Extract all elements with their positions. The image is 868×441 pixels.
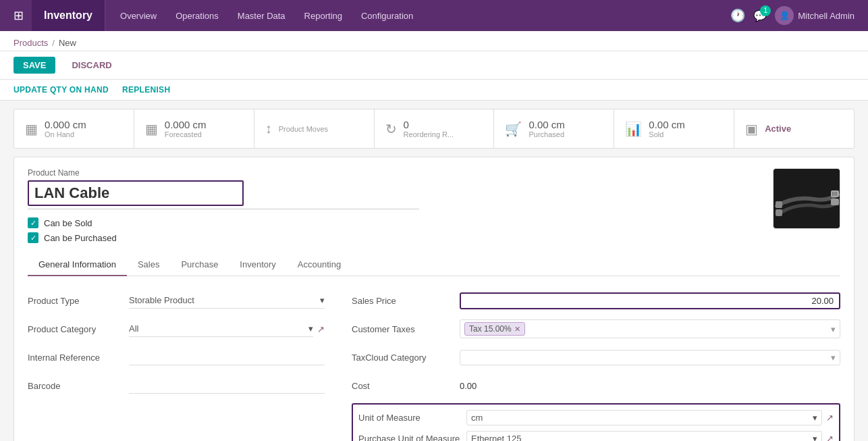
tab-general-information[interactable]: General Information (28, 254, 127, 276)
customer-taxes-wrapper[interactable]: Tax 15.00% ✕ ▾ (460, 319, 840, 338)
can-be-purchased-checkbox[interactable]: ✓ (28, 232, 38, 243)
tab-sales[interactable]: Sales (127, 254, 171, 276)
nav-reporting[interactable]: Reporting (295, 0, 352, 31)
replenish-button[interactable]: REPLENISH (122, 85, 170, 95)
can-be-purchased-label: Can be Purchased (44, 233, 117, 243)
grid-menu-icon[interactable]: ⊞ (5, 8, 32, 23)
svg-rect-3 (776, 201, 782, 208)
sales-price-input[interactable] (466, 296, 834, 306)
tab-inventory[interactable]: Inventory (229, 254, 286, 276)
user-menu[interactable]: 👤 Mitchell Admin (775, 6, 855, 25)
svg-rect-6 (834, 192, 834, 196)
update-qty-button[interactable]: UPDATE QTY ON HAND (13, 85, 109, 95)
nav-master-data[interactable]: Master Data (228, 0, 295, 31)
uom-dropdown-icon: ▾ (813, 413, 817, 423)
tab-purchase[interactable]: Purchase (170, 254, 229, 276)
taxcloud-category-label: TaxCloud Category (352, 353, 460, 363)
chat-badge: 1 (760, 5, 771, 16)
tabs-bar: General Information Sales Purchase Inven… (28, 254, 840, 276)
sales-price-wrapper (460, 292, 840, 309)
taxcloud-category-select[interactable]: ▾ (460, 350, 840, 365)
can-be-sold-row: ✓ Can be Sold (28, 217, 773, 228)
main-content: Product Name ✓ Can be Sold ✓ Can be Purc… (13, 157, 855, 441)
chat-icon[interactable]: 💬 1 (753, 9, 767, 22)
purchase-uom-external-link[interactable]: ↗ (826, 434, 834, 441)
svg-rect-5 (832, 192, 833, 196)
purchase-uom-row: Purchase Unit of Measure Ethernet 125 ▾ … (358, 431, 834, 441)
on-hand-value: 0.000 cm (45, 119, 86, 130)
on-hand-label: On Hand (45, 130, 86, 138)
forecasted-label: Forecasted (165, 130, 207, 138)
product-type-select[interactable]: Storable Product ▾ (129, 292, 325, 309)
tax-badge-remove[interactable]: ✕ (514, 325, 520, 334)
sold-label: Sold (649, 130, 684, 138)
product-name-input[interactable] (28, 180, 244, 206)
can-be-sold-checkbox[interactable]: ✓ (28, 217, 38, 228)
stat-product-moves[interactable]: ↕ Product Moves (254, 109, 375, 148)
stat-sold[interactable]: 📊 0.00 cm Sold (614, 109, 734, 148)
can-be-sold-label: Can be Sold (44, 218, 92, 228)
customer-taxes-row: Customer Taxes Tax 15.00% ✕ ▾ (352, 318, 840, 340)
svg-rect-8 (836, 192, 837, 196)
internal-reference-label: Internal Reference (28, 353, 129, 363)
breadcrumb: Products / New (0, 31, 868, 51)
customer-taxes-label: Customer Taxes (352, 324, 460, 334)
product-moves-icon: ↕ (265, 121, 272, 136)
nav-overview[interactable]: Overview (111, 0, 166, 31)
uom-row: Unit of Measure cm ▾ ↗ (358, 410, 834, 425)
taxcloud-category-row: TaxCloud Category ▾ (352, 346, 840, 368)
taxcloud-dropdown-icon: ▾ (831, 353, 836, 363)
product-name-area: Product Name ✓ Can be Sold ✓ Can be Purc… (28, 168, 773, 243)
product-category-select[interactable]: All ▾ (129, 321, 313, 337)
breadcrumb-current: New (59, 38, 76, 48)
product-category-dropdown-icon: ▾ (308, 323, 313, 334)
sales-price-label: Sales Price (352, 296, 460, 306)
stat-active[interactable]: ▣ Active (734, 109, 854, 148)
sales-price-row: Sales Price (352, 290, 840, 311)
nav-configuration[interactable]: Configuration (352, 0, 423, 31)
breadcrumb-products[interactable]: Products (13, 38, 48, 48)
stats-bar: ▦ 0.000 cm On Hand ▦ 0.000 cm Forecasted… (13, 109, 855, 149)
reordering-label: Reordering R... (404, 130, 454, 138)
reordering-value: 0 (404, 119, 454, 130)
discard-button[interactable]: DISCARD (62, 57, 121, 74)
cost-row: Cost 0.00 (352, 375, 840, 396)
purchased-label: Purchased (528, 130, 564, 138)
product-type-label: Product Type (28, 296, 129, 306)
product-name-label: Product Name (28, 168, 773, 178)
app-title[interactable]: Inventory (32, 0, 105, 31)
stat-forecasted[interactable]: ▦ 0.000 cm Forecasted (134, 109, 254, 148)
product-category-external-link[interactable]: ↗ (317, 324, 325, 334)
purchase-uom-select[interactable]: Ethernet 125 ▾ (466, 431, 822, 441)
can-be-purchased-row: ✓ Can be Purchased (28, 232, 773, 243)
nav-operations[interactable]: Operations (166, 0, 228, 31)
sold-value: 0.00 cm (649, 119, 684, 130)
barcode-input[interactable] (129, 378, 325, 394)
stat-purchased[interactable]: 🛒 0.00 cm Purchased (494, 109, 614, 148)
internal-reference-input[interactable] (129, 349, 325, 365)
product-checkboxes: ✓ Can be Sold ✓ Can be Purchased (28, 217, 773, 243)
on-hand-icon: ▦ (25, 121, 38, 137)
clock-icon[interactable]: 🕐 (730, 8, 745, 23)
product-name-underline (28, 209, 419, 209)
save-button[interactable]: SAVE (13, 57, 55, 74)
barcode-label: Barcode (28, 381, 129, 391)
form-section: Product Type Storable Product ▾ Product … (28, 290, 840, 441)
tab-accounting[interactable]: Accounting (287, 254, 352, 276)
svg-rect-2 (831, 199, 839, 205)
cost-value: 0.00 (460, 378, 477, 394)
tax-badge: Tax 15.00% ✕ (464, 322, 525, 336)
stat-reordering[interactable]: ↻ 0 Reordering R... (375, 109, 495, 148)
purchased-value: 0.00 cm (528, 119, 564, 130)
product-category-label: Product Category (28, 324, 129, 334)
uom-external-link[interactable]: ↗ (826, 413, 834, 423)
product-type-row: Product Type Storable Product ▾ (28, 290, 325, 311)
product-category-row: Product Category All ▾ ↗ (28, 318, 325, 340)
top-navigation: ⊞ Inventory Overview Operations Master D… (0, 0, 868, 31)
product-image[interactable] (773, 168, 840, 229)
uom-select[interactable]: cm ▾ (466, 410, 822, 425)
product-type-dropdown-icon: ▾ (320, 295, 325, 305)
sold-icon: 📊 (625, 121, 642, 137)
stat-on-hand[interactable]: ▦ 0.000 cm On Hand (14, 109, 134, 148)
form-right: Sales Price Customer Taxes Tax 15.00% ✕ (352, 290, 840, 441)
